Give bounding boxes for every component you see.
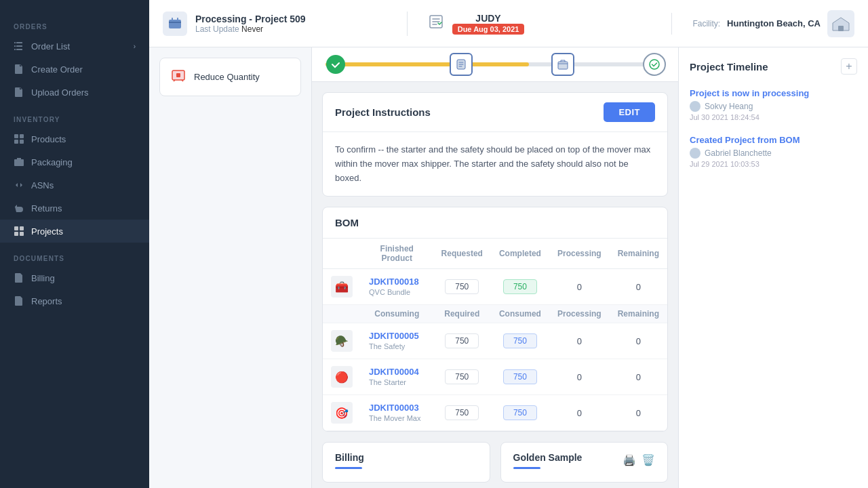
bom-finished-header-row: Finished Product Requested Completed Pro…	[323, 239, 667, 269]
sidebar-item-asns[interactable]: ASNs	[0, 174, 149, 197]
consuming-link[interactable]: JDKIT00003	[369, 403, 425, 413]
sidebar-item-returns[interactable]: Returns	[0, 197, 149, 220]
consuming-row: 🪖 JDKIT00005 The Safety 750 750 0 0	[323, 323, 667, 359]
project-update: Last Update Never	[195, 24, 306, 34]
chevron-right-icon: ›	[134, 43, 136, 50]
progress-step-3[interactable]	[551, 53, 574, 76]
timeline-event-title: Project is now in processing	[690, 88, 857, 98]
sidebar-item-upload-orders[interactable]: Upload Orders	[0, 81, 149, 104]
documents-section-label: DOCUMENTS	[0, 243, 149, 266]
step-1-icon	[326, 55, 345, 74]
instructions-text: To confirm -- the starter and the safety…	[335, 143, 655, 185]
consuming-row: 🎯 JDKIT00003 The Mover Max 750 750 0 0	[323, 395, 667, 431]
th-requested: Requested	[433, 239, 491, 269]
right-panel: Project Timeline + Project is now in pro…	[678, 47, 868, 488]
svg-rect-5	[16, 49, 22, 50]
consuming-sub: The Starter	[369, 378, 406, 386]
delete-icon[interactable]: 🗑️	[642, 453, 655, 466]
consuming-image: 🔴	[331, 366, 353, 388]
qty-required: 750	[445, 369, 479, 384]
qty-completed: 750	[503, 279, 537, 294]
timeline-add-button[interactable]: +	[841, 58, 857, 75]
edit-button[interactable]: EDIT	[604, 102, 655, 122]
progress-step-4[interactable]	[643, 53, 666, 76]
sidebar-item-order-list[interactable]: Order List ›	[0, 35, 149, 58]
th-icon	[323, 239, 361, 269]
avatar	[690, 101, 701, 112]
svg-rect-7	[20, 134, 24, 138]
product-link[interactable]: JDKIT00018	[369, 277, 425, 287]
consuming-image: 🪖	[331, 330, 353, 352]
golden-sample-bar	[513, 467, 540, 469]
timeline-header: Project Timeline +	[690, 58, 857, 75]
svg-rect-18	[177, 18, 178, 22]
timeline-event-author: Sokvy Heang	[690, 101, 857, 112]
progress-area	[312, 47, 678, 82]
qty-consumed: 750	[503, 405, 537, 420]
sidebar-item-billing[interactable]: Billing	[0, 266, 149, 289]
reports-icon	[14, 296, 24, 306]
bom-product-row: 🧰 JDKIT00018 QVC Bundle 750 750 0 0	[323, 269, 667, 305]
product-sub: QVC Bundle	[369, 288, 410, 296]
billing-bar	[335, 467, 362, 469]
assignee-name: JUDY	[475, 13, 500, 24]
instructions-card: Project Instructions EDIT To confirm -- …	[322, 92, 668, 197]
timeline-event: Project is now in processing Sokvy Heang…	[690, 88, 857, 121]
svg-rect-15	[169, 20, 181, 28]
sidebar-returns-label: Returns	[31, 203, 62, 214]
qty-requested: 750	[445, 279, 479, 294]
svg-rect-22	[176, 73, 180, 77]
bom-card: BOM Finished Product Requested Completed…	[322, 207, 668, 432]
qty-remaining: 0	[610, 269, 667, 305]
bom-table: Finished Product Requested Completed Pro…	[323, 239, 667, 431]
consuming-processing: 0	[549, 395, 610, 431]
doc-icon	[14, 64, 24, 75]
consuming-sub: The Mover Max	[369, 414, 420, 422]
product-image: 🧰	[331, 276, 353, 298]
consuming-processing: 0	[549, 359, 610, 395]
qty-required: 750	[445, 405, 479, 420]
print-icon[interactable]: 🖨️	[623, 453, 636, 466]
step-3-icon	[551, 53, 574, 76]
facility-section: Facility: Huntington Beach, CA	[672, 10, 854, 37]
sidebar-item-reports[interactable]: Reports	[0, 289, 149, 312]
sidebar-item-create-order[interactable]: Create Order	[0, 58, 149, 81]
grid-icon	[14, 134, 24, 144]
instructions-body: To confirm -- the starter and the safety…	[323, 132, 667, 196]
sidebar-reports-label: Reports	[31, 296, 62, 306]
progress-step-2[interactable]	[450, 53, 473, 76]
sidebar-create-order-label: Create Order	[31, 64, 83, 75]
svg-rect-13	[14, 232, 18, 236]
sidebar-item-projects[interactable]: Projects	[0, 220, 149, 243]
th-processing-2: Processing	[549, 305, 610, 323]
instructions-header: Project Instructions EDIT	[323, 93, 667, 132]
reduce-quantity-card[interactable]: Reduce Quantity	[159, 58, 301, 96]
step-2-icon	[450, 53, 473, 76]
asns-icon	[14, 180, 24, 190]
facility-name: Huntington Beach, CA	[727, 18, 821, 28]
consuming-link[interactable]: JDKIT00005	[369, 331, 425, 341]
timeline-event-date: Jul 29 2021 10:03:53	[690, 160, 857, 168]
avatar	[690, 148, 701, 159]
svg-rect-2	[14, 45, 16, 47]
projects-icon	[14, 226, 24, 237]
project-info-section: Processing - Project 509 Last Update Nev…	[163, 12, 408, 36]
consuming-remaining: 0	[610, 323, 667, 359]
golden-sample-title: Golden Sample	[513, 452, 583, 463]
consuming-sub: The Safety	[369, 342, 405, 350]
sidebar-item-products[interactable]: Products	[0, 127, 149, 150]
consuming-link[interactable]: JDKIT00004	[369, 367, 425, 377]
left-panel: Reduce Quantity	[149, 47, 312, 488]
sidebar-item-packaging[interactable]: Packaging	[0, 150, 149, 174]
bom-body: Finished Product Requested Completed Pro…	[323, 239, 667, 431]
project-name: Processing - Project 509	[195, 14, 306, 24]
upload-doc-icon	[14, 87, 24, 98]
svg-rect-24	[558, 62, 568, 69]
orders-section-label: ORDERS	[0, 11, 149, 35]
svg-rect-4	[14, 49, 16, 50]
progress-step-1[interactable]	[326, 55, 345, 74]
instructions-title: Project Instructions	[335, 106, 431, 118]
step-4-icon	[643, 53, 666, 76]
svg-rect-3	[16, 45, 22, 47]
consuming-remaining: 0	[610, 395, 667, 431]
